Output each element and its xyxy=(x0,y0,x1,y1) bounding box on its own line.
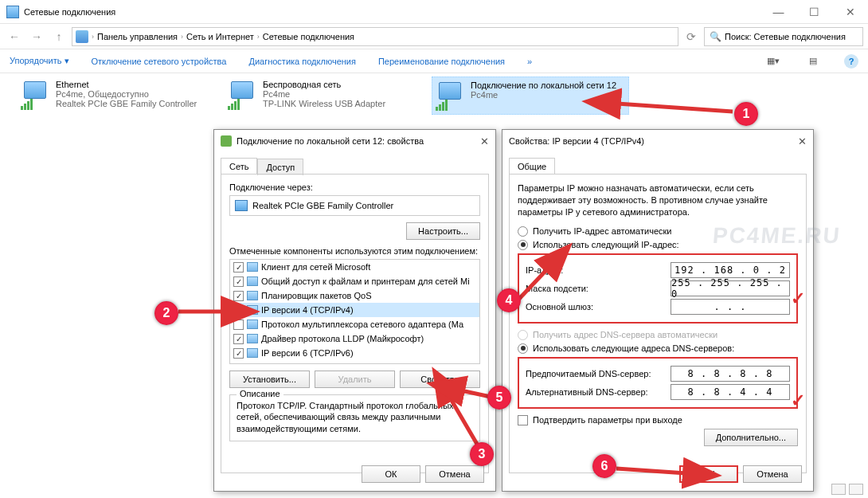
minimize-button[interactable]: — xyxy=(760,0,796,24)
cancel-button[interactable]: Отмена xyxy=(743,465,802,483)
close-icon[interactable]: ✕ xyxy=(480,135,489,147)
annotation-arrow-6 xyxy=(615,462,694,478)
annotation-arrow-1 xyxy=(613,96,741,120)
tab-access[interactable]: Доступ xyxy=(257,159,303,175)
annotation-marker-3: 3 xyxy=(470,442,494,466)
tab-strip: Общие xyxy=(502,152,813,174)
close-button[interactable]: ✕ xyxy=(832,0,868,24)
breadcrumb-item[interactable]: Сетевые подключения xyxy=(263,32,354,41)
maximize-button[interactable]: ☐ xyxy=(796,0,832,24)
list-item-ipv4[interactable]: IP версии 4 (TCP/IPv4) xyxy=(230,303,479,317)
component-icon xyxy=(247,348,258,358)
list-item[interactable]: Драйвер протокола LLDP (Майкрософт) xyxy=(230,331,479,346)
dns2-input[interactable]: 8 . 8 . 4 . 4 xyxy=(671,384,790,400)
dns-fields-group: Предпочитаемый DNS-сервер:8 . 8 . 8 . 8 … xyxy=(518,357,798,409)
dns2-label: Альтернативный DNS-сервер: xyxy=(526,387,671,397)
svg-line-4 xyxy=(518,269,548,300)
search-icon: 🔍 xyxy=(710,31,721,42)
adapter-name: Realtek PCIe GBE Family Controller xyxy=(252,201,393,210)
svg-line-3 xyxy=(450,398,478,445)
up-button[interactable]: ↑ xyxy=(49,27,68,46)
radio-icon xyxy=(518,226,528,237)
annotation-marker-6: 6 xyxy=(592,454,616,478)
ok-button[interactable]: ОК xyxy=(362,465,420,483)
radio-manual-ip[interactable]: Использовать следующий IP-адрес: xyxy=(518,240,798,250)
breadcrumb-item[interactable]: Сеть и Интернет xyxy=(186,32,254,41)
dialog-icon xyxy=(221,135,232,147)
svg-line-5 xyxy=(461,390,491,397)
checkbox[interactable] xyxy=(233,291,244,301)
window-title: Сетевые подключения xyxy=(24,7,115,17)
checkbox[interactable] xyxy=(233,348,244,359)
gateway-input[interactable]: . . . xyxy=(671,299,790,315)
annotation-marker-2: 2 xyxy=(154,301,178,325)
checkbox[interactable] xyxy=(233,276,244,287)
annotation-marker-1: 1 xyxy=(734,102,758,126)
organize-menu[interactable]: Упорядочить ▾ xyxy=(10,56,69,66)
search-input[interactable]: 🔍 Поиск: Сетевые подключения xyxy=(704,27,863,46)
disable-device-link[interactable]: Отключение сетевого устройства xyxy=(92,57,227,66)
radio-auto-dns: Получить адрес DNS-сервера автоматически xyxy=(518,330,798,340)
annotation-marker-5: 5 xyxy=(487,386,511,410)
connection-adapter: Realtek PCIe GBE Family Controller xyxy=(56,99,197,108)
ip-input[interactable]: 192 . 168 . 0 . 2 xyxy=(671,262,790,278)
tab-network[interactable]: Сеть xyxy=(221,158,257,174)
list-item[interactable]: Клиент для сетей Microsoft xyxy=(230,260,479,274)
advanced-button[interactable]: Дополнительно... xyxy=(704,429,798,446)
dialog-title: Свойства: IP версии 4 (TCP/IPv4) xyxy=(509,136,644,146)
adapter-field[interactable]: Realtek PCIe GBE Family Controller xyxy=(229,195,480,216)
view-button[interactable]: ▦▾ xyxy=(764,53,782,70)
checkbox[interactable] xyxy=(233,334,244,344)
breadcrumb[interactable]: › Панель управления › Сеть и Интернет › … xyxy=(72,27,678,46)
annotation-arrow-2 xyxy=(177,306,233,317)
radio-auto-ip[interactable]: Получить IP-адрес автоматически xyxy=(518,226,798,237)
chevron-right-icon: › xyxy=(256,33,261,41)
list-item[interactable]: Планировщик пакетов QoS xyxy=(230,288,479,303)
diagnose-link[interactable]: Диагностика подключения xyxy=(248,57,355,66)
checkbox[interactable] xyxy=(233,305,244,316)
more-link[interactable]: » xyxy=(527,57,532,66)
description-text: Протокол TCP/IP. Стандартный протокол гл… xyxy=(237,400,473,434)
dns1-label: Предпочитаемый DNS-сервер: xyxy=(526,369,671,378)
checkbox[interactable] xyxy=(233,320,244,330)
mask-input[interactable]: 255 . 255 . 255 . 0 xyxy=(671,280,790,296)
radio-manual-dns[interactable]: Использовать следующие адреса DNS-сервер… xyxy=(518,343,798,354)
preview-pane-button[interactable]: ▤ xyxy=(804,53,822,70)
dns1-input[interactable]: 8 . 8 . 8 . 8 xyxy=(671,366,790,382)
network-adapter-icon xyxy=(436,82,464,111)
command-bar: Упорядочить ▾ Отключение сетевого устрой… xyxy=(0,49,868,73)
dialog-titlebar: Свойства: IP версии 4 (TCP/IPv4) ✕ xyxy=(502,130,813,152)
rename-link[interactable]: Переименование подключения xyxy=(378,57,505,66)
components-list[interactable]: Клиент для сетей Microsoft Общий доступ … xyxy=(229,259,480,364)
breadcrumb-icon xyxy=(76,30,88,43)
list-item[interactable]: Общий доступ к файлам и принтерам для се… xyxy=(230,274,479,288)
back-button[interactable]: ← xyxy=(5,27,24,46)
configure-button[interactable]: Настроить... xyxy=(406,222,480,240)
annotation-check-icon: ✓ xyxy=(791,288,805,309)
description-group: Описание Протокол TCP/IP. Стандартный пр… xyxy=(229,394,480,441)
connection-item-local12[interactable]: Подключение по локальной сети 12 Pc4me xyxy=(432,76,629,115)
svg-line-6 xyxy=(616,469,686,473)
validate-on-exit-checkbox[interactable]: Подтвердить параметры при выходе xyxy=(518,415,798,425)
connection-item-wireless[interactable]: Беспроводная сеть Pc4me TP-LINK Wireless… xyxy=(225,76,422,115)
close-icon[interactable]: ✕ xyxy=(798,135,807,147)
tab-general[interactable]: Общие xyxy=(509,158,555,174)
radio-icon xyxy=(518,343,528,354)
breadcrumb-item[interactable]: Панель управления xyxy=(97,32,178,41)
tab-panel-general: Параметры IP можно назначать автоматичес… xyxy=(509,174,807,473)
search-placeholder: Поиск: Сетевые подключения xyxy=(725,32,846,41)
help-button[interactable]: ? xyxy=(844,54,858,69)
cancel-button[interactable]: Отмена xyxy=(425,465,484,483)
radio-icon xyxy=(518,330,528,340)
app-icon xyxy=(6,6,19,18)
list-item[interactable]: IP версии 6 (TCP/IPv6) xyxy=(230,346,479,360)
list-item[interactable]: Протокол мультиплексора сетевого адаптер… xyxy=(230,317,479,331)
radio-icon xyxy=(518,240,528,250)
connection-name: Беспроводная сеть xyxy=(263,80,385,89)
connection-item-ethernet[interactable]: Ethernet Pc4me, Общедоступно Realtek PCI… xyxy=(18,76,215,115)
checkbox[interactable] xyxy=(233,262,244,273)
statusbar-view-icons[interactable] xyxy=(831,484,863,495)
checkbox[interactable] xyxy=(518,415,528,425)
install-button[interactable]: Установить... xyxy=(229,371,310,388)
refresh-button[interactable]: ⟳ xyxy=(682,27,701,46)
